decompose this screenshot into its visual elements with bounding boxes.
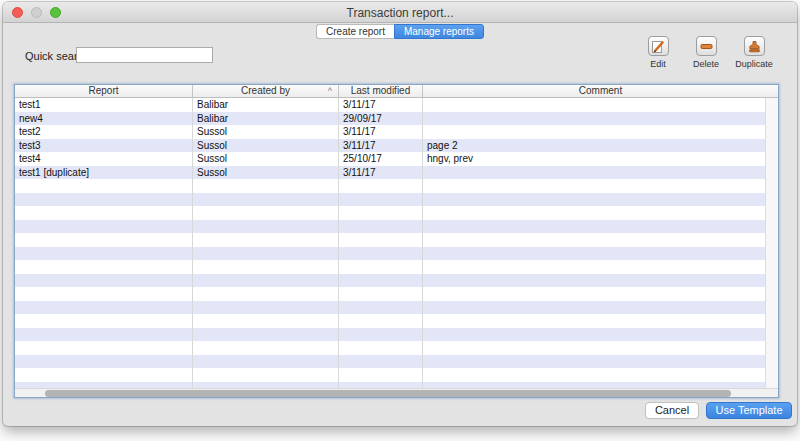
table-cell bbox=[339, 233, 423, 247]
table-cell bbox=[423, 287, 765, 301]
table-cell bbox=[15, 247, 193, 261]
table-cell: test3 bbox=[15, 139, 193, 153]
table-cell bbox=[15, 206, 193, 220]
table-cell bbox=[15, 301, 193, 315]
table-cell bbox=[193, 287, 339, 301]
table-row[interactable] bbox=[15, 233, 765, 247]
vertical-scrollbar[interactable] bbox=[765, 98, 778, 388]
table-cell bbox=[423, 355, 765, 369]
table-row[interactable]: test2Sussol3/11/17 bbox=[15, 125, 765, 139]
table-cell bbox=[15, 179, 193, 193]
table-cell: Sussol bbox=[193, 166, 339, 180]
delete-minus-icon bbox=[699, 39, 714, 54]
quick-search-input[interactable] bbox=[76, 47, 213, 63]
table-cell: hngv, prev bbox=[423, 152, 765, 166]
table-cell bbox=[339, 206, 423, 220]
table-row[interactable]: new4Balibar29/09/17 bbox=[15, 112, 765, 126]
horizontal-scrollbar-thumb[interactable] bbox=[45, 390, 731, 397]
table-row[interactable] bbox=[15, 287, 765, 301]
table-cell: test2 bbox=[15, 125, 193, 139]
table-cell bbox=[423, 206, 765, 220]
column-header-report[interactable]: Report bbox=[15, 85, 193, 97]
duplicate-button-label: Duplicate bbox=[730, 59, 778, 69]
table-cell bbox=[339, 220, 423, 234]
table-cell bbox=[339, 274, 423, 288]
table-cell bbox=[339, 301, 423, 315]
table-cell bbox=[423, 328, 765, 342]
table-cell bbox=[193, 274, 339, 288]
table-cell: test1 bbox=[15, 98, 193, 112]
table-cell bbox=[423, 166, 765, 180]
table-cell bbox=[423, 341, 765, 355]
table-cell: test1 [duplicate] bbox=[15, 166, 193, 180]
table-cell: new4 bbox=[15, 112, 193, 126]
table-cell bbox=[339, 193, 423, 207]
column-header-created-by[interactable]: Created by^ bbox=[193, 85, 339, 97]
table-row[interactable] bbox=[15, 179, 765, 193]
table-row[interactable] bbox=[15, 247, 765, 261]
table-row[interactable] bbox=[15, 260, 765, 274]
table-cell: Balibar bbox=[193, 112, 339, 126]
table-row[interactable] bbox=[15, 301, 765, 315]
table-row[interactable] bbox=[15, 206, 765, 220]
table-row[interactable]: test4Sussol25/10/17hngv, prev bbox=[15, 152, 765, 166]
table-row[interactable] bbox=[15, 341, 765, 355]
table-row[interactable]: test1Balibar3/11/17 bbox=[15, 98, 765, 112]
tab-manage-reports[interactable]: Manage reports bbox=[394, 24, 484, 39]
table-header: Report Created by^ Last modified Comment bbox=[15, 85, 778, 98]
table-cell bbox=[339, 341, 423, 355]
table-row[interactable] bbox=[15, 193, 765, 207]
table-cell bbox=[193, 247, 339, 261]
table-cell: Sussol bbox=[193, 139, 339, 153]
horizontal-scrollbar[interactable] bbox=[15, 388, 778, 397]
table-cell bbox=[15, 368, 193, 382]
table-cell bbox=[339, 247, 423, 261]
table-cell bbox=[193, 368, 339, 382]
delete-button[interactable]: Delete bbox=[682, 36, 730, 69]
edit-button[interactable]: Edit bbox=[634, 36, 682, 69]
tab-create-report[interactable]: Create report bbox=[316, 24, 394, 39]
table-cell: Sussol bbox=[193, 152, 339, 166]
table-cell bbox=[423, 179, 765, 193]
table-cell bbox=[15, 193, 193, 207]
table-cell bbox=[15, 260, 193, 274]
table-cell bbox=[193, 355, 339, 369]
table-row[interactable]: test1 [duplicate]Sussol3/11/17 bbox=[15, 166, 765, 180]
cancel-button[interactable]: Cancel bbox=[645, 402, 699, 419]
table-cell: 29/09/17 bbox=[339, 112, 423, 126]
table-cell bbox=[423, 274, 765, 288]
delete-button-label: Delete bbox=[682, 59, 730, 69]
column-header-comment[interactable]: Comment bbox=[423, 85, 778, 97]
table-cell bbox=[423, 98, 765, 112]
table-cell: 3/11/17 bbox=[339, 98, 423, 112]
table-cell bbox=[193, 301, 339, 315]
table-cell bbox=[423, 233, 765, 247]
table-row[interactable] bbox=[15, 314, 765, 328]
duplicate-button[interactable]: Duplicate bbox=[730, 36, 778, 69]
table-row[interactable] bbox=[15, 220, 765, 234]
table-cell bbox=[423, 125, 765, 139]
table-cell bbox=[339, 328, 423, 342]
use-template-button[interactable]: Use Template bbox=[706, 402, 792, 419]
duplicate-stamp-icon bbox=[747, 39, 762, 54]
table-row[interactable] bbox=[15, 328, 765, 342]
table-row[interactable] bbox=[15, 355, 765, 369]
table-cell bbox=[193, 341, 339, 355]
table-cell bbox=[193, 179, 339, 193]
table-cell bbox=[15, 233, 193, 247]
table-cell bbox=[423, 193, 765, 207]
table-row[interactable] bbox=[15, 368, 765, 382]
table-cell bbox=[193, 206, 339, 220]
table-cell bbox=[423, 220, 765, 234]
table-cell: 3/11/17 bbox=[339, 139, 423, 153]
table-row[interactable] bbox=[15, 274, 765, 288]
table-cell bbox=[423, 368, 765, 382]
table-row[interactable]: test3Sussol3/11/17page 2 bbox=[15, 139, 765, 153]
table-cell bbox=[423, 112, 765, 126]
column-header-last-modified[interactable]: Last modified bbox=[339, 85, 423, 97]
edit-pencil-icon bbox=[651, 39, 666, 54]
table-cell bbox=[339, 179, 423, 193]
table-cell bbox=[193, 193, 339, 207]
table-cell bbox=[339, 287, 423, 301]
title-bar[interactable]: Transaction report... bbox=[3, 2, 797, 23]
